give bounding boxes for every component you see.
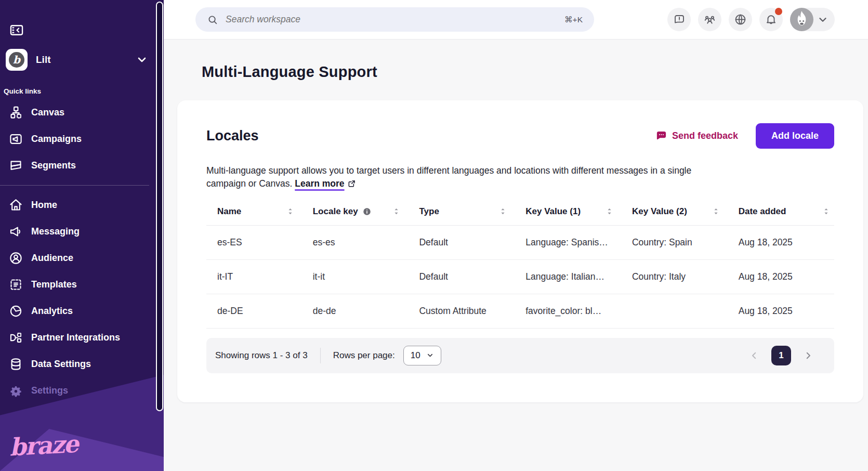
- chevron-down-icon: [817, 14, 828, 25]
- table-row[interactable]: it-IT it-it Default Language: Italian… C…: [206, 260, 834, 294]
- sidebar-scrollbar[interactable]: [156, 2, 163, 411]
- sidebar-item-campaigns[interactable]: Campaigns: [0, 126, 164, 152]
- workspace-logo: b: [6, 49, 28, 71]
- cell-key-value-1: Language: Italian…: [525, 271, 632, 282]
- cell-date-added: Aug 18, 2025: [739, 271, 834, 282]
- sidebar-item-audience[interactable]: Audience: [0, 245, 164, 271]
- cell-date-added: Aug 18, 2025: [739, 237, 834, 248]
- analytics-icon: [9, 304, 23, 318]
- cell-name: de-DE: [206, 306, 313, 317]
- column-header-name[interactable]: Name: [206, 206, 313, 217]
- partner-integrations-icon: [9, 331, 23, 345]
- send-feedback-link[interactable]: Send feedback: [655, 130, 738, 142]
- column-header-date-added[interactable]: Date added: [739, 206, 834, 217]
- language-button[interactable]: [729, 8, 752, 31]
- rows-per-page-select[interactable]: 10: [403, 346, 441, 365]
- account-menu[interactable]: [790, 8, 835, 31]
- cell-name: es-ES: [206, 237, 313, 248]
- workspace-search[interactable]: ⌘+K: [195, 7, 594, 32]
- topbar-icons: [667, 8, 835, 31]
- column-label: Key Value (1): [525, 206, 581, 217]
- workspace-name: Lilt: [36, 54, 136, 66]
- add-locale-button[interactable]: Add locale: [756, 123, 834, 149]
- sidebar-item-label: Templates: [31, 279, 77, 290]
- page-number-button[interactable]: 1: [771, 346, 791, 365]
- cell-key-value-2: Country: Spain: [632, 237, 739, 248]
- team-button[interactable]: [698, 8, 721, 31]
- bell-icon: [765, 13, 778, 26]
- audience-icon: [9, 251, 23, 265]
- sidebar-nav: Canvas Campaigns Segments: [0, 99, 164, 404]
- locales-card-header: Locales Send feedback Add locale: [206, 123, 834, 149]
- sidebar-item-analytics[interactable]: Analytics: [0, 298, 164, 324]
- sort-icon[interactable]: [392, 207, 400, 216]
- rows-per-page-value: 10: [411, 350, 420, 361]
- sidebar: b Lilt Quick links Canvas: [0, 0, 164, 471]
- search-shortcut: ⌘+K: [564, 15, 583, 24]
- learn-more-link[interactable]: Learn more: [295, 178, 344, 189]
- data-settings-icon: [9, 357, 23, 371]
- sidebar-item-home[interactable]: Home: [0, 192, 164, 218]
- column-header-type[interactable]: Type: [419, 206, 525, 217]
- collapse-sidebar-button[interactable]: [9, 23, 24, 36]
- sidebar-item-label: Partner Integrations: [31, 332, 120, 343]
- notification-dot: [775, 8, 782, 15]
- cell-type: Default: [419, 271, 525, 282]
- previous-page-button[interactable]: [749, 351, 759, 360]
- quick-links-label: Quick links: [4, 87, 164, 95]
- settings-icon: [9, 384, 23, 398]
- globe-icon: [734, 13, 747, 26]
- rows-per-page-label: Rows per page:: [333, 350, 395, 361]
- sort-icon[interactable]: [286, 207, 294, 216]
- chevron-down-icon: [426, 351, 434, 359]
- notifications-button[interactable]: [759, 8, 783, 31]
- footer-divider: [320, 348, 321, 363]
- templates-icon: [9, 278, 23, 292]
- table-footer: Showing rows 1 - 3 of 3 Rows per page: 1…: [206, 338, 834, 373]
- card-title: Locales: [206, 128, 259, 144]
- column-label: Date added: [739, 206, 786, 217]
- campaigns-icon: [9, 132, 23, 146]
- sidebar-item-canvas[interactable]: Canvas: [0, 99, 164, 126]
- column-header-locale-key[interactable]: Locale key: [313, 206, 419, 217]
- sidebar-item-settings[interactable]: Settings: [0, 377, 164, 404]
- sidebar-item-segments[interactable]: Segments: [0, 152, 164, 179]
- description-text: Multi-language support allows you to tar…: [206, 165, 691, 189]
- braze-logo: braze: [9, 430, 78, 462]
- sort-icon[interactable]: [712, 207, 720, 216]
- sidebar-item-label: Audience: [31, 253, 73, 264]
- search-input[interactable]: [225, 14, 564, 25]
- feedback-bubble-icon: [673, 14, 686, 26]
- workspace-switcher[interactable]: b Lilt: [6, 49, 159, 71]
- column-header-key-value-1[interactable]: Key Value (1): [525, 206, 632, 217]
- sort-icon[interactable]: [606, 207, 613, 216]
- next-page-button[interactable]: [804, 351, 813, 360]
- sidebar-item-label: Canvas: [31, 107, 64, 118]
- sort-icon[interactable]: [822, 207, 830, 216]
- cell-date-added: Aug 18, 2025: [739, 306, 834, 317]
- pagination: 1: [749, 346, 813, 365]
- feedback-button[interactable]: [667, 8, 691, 31]
- send-feedback-label: Send feedback: [672, 130, 738, 141]
- column-header-key-value-2[interactable]: Key Value (2): [632, 206, 739, 217]
- sidebar-item-data-settings[interactable]: Data Settings: [0, 351, 164, 377]
- main-area: ⌘+K: [164, 0, 868, 471]
- sort-icon[interactable]: [499, 207, 507, 216]
- cell-type: Default: [419, 237, 525, 248]
- table-row[interactable]: es-ES es-es Default Language: Spanis… Co…: [206, 226, 834, 260]
- cell-key-value-2: Country: Italy: [632, 271, 739, 282]
- column-label: Locale key: [313, 206, 358, 217]
- table-row[interactable]: de-DE de-de Custom Attribute favorite_co…: [206, 294, 834, 329]
- cell-locale-key: es-es: [313, 237, 419, 248]
- cell-key-value-1: Language: Spanis…: [525, 237, 632, 248]
- sidebar-item-label: Messaging: [31, 226, 80, 237]
- info-icon[interactable]: [362, 207, 372, 216]
- sidebar-item-messaging[interactable]: Messaging: [0, 218, 164, 245]
- sidebar-item-label: Analytics: [31, 306, 73, 317]
- sidebar-item-label: Data Settings: [31, 359, 91, 370]
- messaging-icon: [9, 225, 23, 239]
- column-label: Key Value (2): [632, 206, 687, 217]
- sidebar-item-partner-integrations[interactable]: Partner Integrations: [0, 324, 164, 351]
- sidebar-item-templates[interactable]: Templates: [0, 271, 164, 298]
- sidebar-item-label: Campaigns: [31, 134, 82, 145]
